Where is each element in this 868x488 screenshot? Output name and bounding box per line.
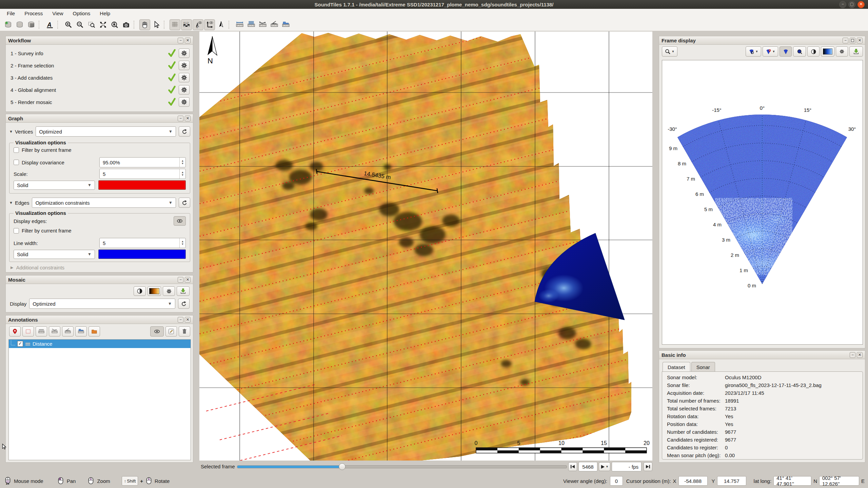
vertex-style-dropdown[interactable]: Solid ▼ <box>14 181 95 190</box>
annotation-checkbox[interactable]: ✓ <box>17 341 23 347</box>
zoom-out-button[interactable] <box>75 19 85 30</box>
minimize-window-button[interactable]: − <box>839 1 846 8</box>
add-polyline-button[interactable] <box>49 326 60 337</box>
edge-style-dropdown[interactable]: Solid ▼ <box>14 250 95 259</box>
fan-inspect-button[interactable]: ▼ <box>746 46 761 57</box>
measure-angle-button[interactable] <box>269 19 280 30</box>
mosaic-canvas[interactable]: 14.5435 m N 0 5 10 15 20 <box>199 32 652 461</box>
annotation-item-distance[interactable]: ✓ Distance <box>9 340 191 348</box>
menu-file[interactable]: File <box>2 9 20 18</box>
graph-close-button[interactable]: ✕ <box>185 116 191 121</box>
edge-filter-checkbox[interactable] <box>14 228 19 233</box>
frame-selection-settings-button[interactable] <box>179 61 190 70</box>
global-alignment-settings-button[interactable] <box>179 85 190 95</box>
filter-by-frame-checkbox[interactable] <box>14 147 19 153</box>
maximize-window-button[interactable]: ▢ <box>848 1 855 8</box>
graph-minimize-button[interactable]: − <box>178 116 183 121</box>
edge-color-swatch[interactable] <box>98 249 186 259</box>
additional-constraints-row[interactable]: ▶ Additional constraints <box>11 265 64 270</box>
basic-info-close-button[interactable]: ✕ <box>857 352 863 358</box>
basic-info-minimize-button[interactable]: − <box>850 352 855 358</box>
annotation-delete-button[interactable] <box>179 326 190 337</box>
screenshot-button[interactable] <box>121 19 132 30</box>
spin-arrows-icon[interactable]: ▲▼ <box>179 158 185 167</box>
frame-slider-handle[interactable] <box>339 463 346 470</box>
frame-display-minimize-button[interactable]: − <box>843 38 848 43</box>
mosaic-render-settings-button[interactable] <box>163 286 175 296</box>
annotation-edit-button[interactable] <box>165 326 177 337</box>
menu-help[interactable]: Help <box>95 9 115 18</box>
toggle-scalebar-button[interactable]: 0 1 2 <box>181 19 192 30</box>
tab-sonar[interactable]: Sonar <box>691 362 715 372</box>
frame-colormap-button[interactable] <box>821 46 834 57</box>
fan-view-toggle-button[interactable] <box>780 46 792 57</box>
workflow-close-button[interactable]: ✕ <box>185 38 191 43</box>
frame-display-float-button[interactable] <box>850 38 855 43</box>
collapse-caret-icon[interactable]: ▼ <box>9 201 13 205</box>
play-button[interactable]: ▼ <box>599 462 610 471</box>
collapse-caret-icon[interactable]: ▼ <box>9 129 13 134</box>
last-frame-button[interactable] <box>644 462 652 471</box>
open-project-button[interactable] <box>14 19 25 30</box>
annotations-close-button[interactable]: ✕ <box>185 317 191 323</box>
measure-multiline-button[interactable] <box>246 19 257 30</box>
vertices-refresh-button[interactable] <box>179 126 190 137</box>
edges-dropdown[interactable]: Optimization constraints ▼ <box>32 198 176 208</box>
zoom-region-button[interactable] <box>86 19 97 30</box>
display-covariance-checkbox[interactable] <box>14 160 19 165</box>
edges-refresh-button[interactable] <box>179 198 190 208</box>
covariance-spinbox[interactable]: 95.00% ▲▼ <box>99 157 186 167</box>
new-project-button[interactable]: ✳ <box>3 19 14 30</box>
toggle-axes-visibility-button[interactable] <box>204 19 215 30</box>
display-edges-eye-button[interactable] <box>174 216 186 226</box>
frame-export-button[interactable] <box>849 46 863 57</box>
annotation-visibility-button[interactable] <box>150 326 164 337</box>
frame-display-close-button[interactable]: ✕ <box>857 38 863 43</box>
vertex-color-swatch[interactable] <box>98 180 186 190</box>
viewer-angle-field[interactable]: 0 <box>610 476 623 486</box>
add-distance-button[interactable] <box>36 326 47 337</box>
add-rectangle-button[interactable] <box>22 326 34 337</box>
add-angle-button[interactable] <box>62 326 74 337</box>
annotation-font-button[interactable]: A <box>44 19 55 30</box>
add-candidates-settings-button[interactable] <box>179 73 190 82</box>
sonar-fan-view[interactable]: -30° -15° 0° 15° 30° 0 m 1 m 2 m 3 m 4 m… <box>662 60 863 345</box>
add-marker-button[interactable] <box>9 326 21 337</box>
pan-tool-button[interactable] <box>139 19 150 30</box>
scale-spinbox[interactable]: 5 ▲▼ <box>99 169 186 179</box>
mosaic-export-button[interactable] <box>177 286 190 296</box>
fan-marker-button[interactable]: ▼ <box>763 46 778 57</box>
zoom-lock-button[interactable] <box>109 19 120 30</box>
frame-number-spinbox[interactable]: 5468 <box>578 462 597 471</box>
line-width-spinbox[interactable]: 5 ▲▼ <box>99 238 186 248</box>
add-area-button[interactable] <box>75 326 87 337</box>
vertices-dropdown[interactable]: Optimized ▼ <box>36 126 176 137</box>
zoom-fit-button[interactable] <box>98 19 108 30</box>
measure-area-button[interactable] <box>280 19 291 30</box>
first-frame-button[interactable] <box>568 462 577 471</box>
measure-distance-button[interactable] <box>234 19 245 30</box>
annotations-minimize-button[interactable]: − <box>178 317 183 323</box>
select-tool-button[interactable] <box>151 19 162 30</box>
frame-zoom-button[interactable]: ▼ <box>662 46 677 57</box>
mosaic-contrast-button[interactable] <box>134 286 146 296</box>
toggle-north-visibility-button[interactable]: N <box>193 19 203 30</box>
menu-process[interactable]: Process <box>20 9 47 18</box>
workflow-minimize-button[interactable]: − <box>178 38 183 43</box>
frame-contrast-button[interactable] <box>807 46 820 57</box>
mosaic-close-button[interactable]: ✕ <box>185 277 191 283</box>
measure-polyline-button[interactable] <box>257 19 268 30</box>
mosaic-minimize-button[interactable]: − <box>178 277 183 283</box>
survey-info-settings-button[interactable] <box>179 48 190 58</box>
mosaic-colormap-button[interactable] <box>147 286 161 296</box>
spin-arrows-icon[interactable]: ▲▼ <box>179 238 185 248</box>
fan-detect-button[interactable] <box>793 46 806 57</box>
spin-arrows-icon[interactable]: ▲▼ <box>179 169 185 179</box>
mosaic-display-dropdown[interactable]: Optimized ▼ <box>29 299 175 309</box>
render-mosaic-settings-button[interactable] <box>179 97 190 107</box>
frame-slider[interactable] <box>237 465 567 468</box>
zoom-in-button[interactable] <box>63 19 74 30</box>
north-arrow-button[interactable] <box>216 19 226 30</box>
project-properties-button[interactable] <box>26 19 37 30</box>
menu-options[interactable]: Options <box>68 9 95 18</box>
